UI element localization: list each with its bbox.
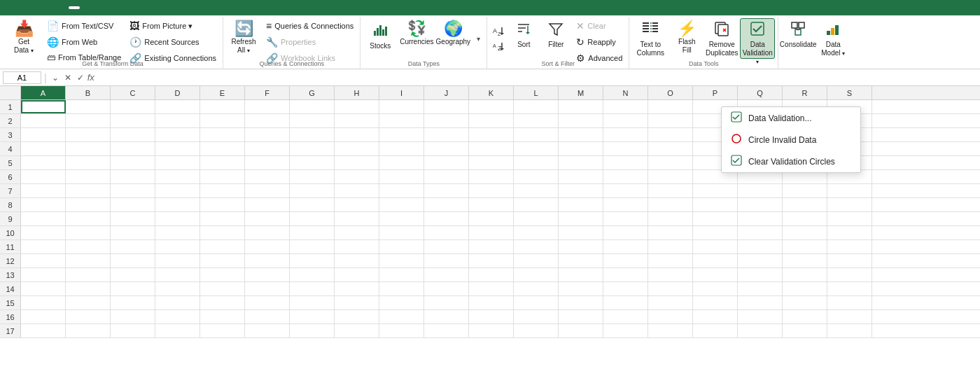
cell-K6[interactable] [469,170,514,183]
filter-button[interactable]: Filter [540,18,571,59]
cell-B7[interactable] [66,184,111,197]
data-types-more-button[interactable]: ▾ [472,18,484,59]
cell-C7[interactable] [111,184,155,197]
cell-N10[interactable] [603,226,648,239]
name-box[interactable] [3,71,41,84]
cell-O9[interactable] [648,212,693,225]
row-header-8[interactable]: 8 [0,198,21,211]
cell-N3[interactable] [603,128,648,141]
col-header-G[interactable]: G [290,86,335,99]
cell-E4[interactable] [200,142,245,155]
dropdown-clear-circles[interactable]: Clear Validation Circles [722,151,860,172]
cell-M6[interactable] [559,170,603,183]
cell-O6[interactable] [648,170,693,183]
cell-B9[interactable] [66,212,111,225]
cell-K1[interactable] [469,100,514,113]
cancel-icon[interactable]: ✕ [62,72,74,83]
cell-N17[interactable] [603,324,648,337]
cell-I14[interactable] [379,282,424,295]
cell-A4[interactable] [21,142,66,155]
data-model-button[interactable]: DataModel ▾ [816,18,850,59]
cell-L15[interactable] [514,296,559,309]
cell-B10[interactable] [66,226,111,239]
cell-A1[interactable] [21,100,66,113]
cell-N9[interactable] [603,212,648,225]
cell-B6[interactable] [66,170,111,183]
reapply-button[interactable]: ↻ Reapply [573,34,626,50]
cell-E7[interactable] [200,184,245,197]
cell-C11[interactable] [111,240,155,253]
cell-O7[interactable] [648,184,693,197]
cell-B5[interactable] [66,156,111,169]
cell-D12[interactable] [155,254,200,267]
cell-E15[interactable] [200,296,245,309]
cell-G8[interactable] [290,198,335,211]
cell-F6[interactable] [245,170,290,183]
cell-A6[interactable] [21,170,66,183]
cell-P8[interactable] [693,198,738,211]
cell-H11[interactable] [335,240,379,253]
from-picture-button[interactable]: 🖼 From Picture ▾ [126,18,220,34]
cell-J2[interactable] [424,114,469,127]
cell-L3[interactable] [514,128,559,141]
cell-M13[interactable] [559,268,603,281]
cell-R10[interactable] [783,226,827,239]
cell-C6[interactable] [111,170,155,183]
cell-H13[interactable] [335,268,379,281]
cell-F14[interactable] [245,282,290,295]
cell-M14[interactable] [559,282,603,295]
cell-G2[interactable] [290,114,335,127]
cell-L11[interactable] [514,240,559,253]
cell-Q13[interactable] [738,268,783,281]
cell-I6[interactable] [379,170,424,183]
cell-I9[interactable] [379,212,424,225]
cell-O1[interactable] [648,100,693,113]
cell-Q7[interactable] [738,184,783,197]
cell-E5[interactable] [200,156,245,169]
consolidate-button[interactable]: Consolidate [781,18,815,59]
col-header-B[interactable]: B [66,86,111,99]
cell-I16[interactable] [379,310,424,323]
cell-L16[interactable] [514,310,559,323]
cell-G5[interactable] [290,156,335,169]
cell-M5[interactable] [559,156,603,169]
cell-D14[interactable] [155,282,200,295]
cell-G13[interactable] [290,268,335,281]
cell-S7[interactable] [827,184,872,197]
row-header-1[interactable]: 1 [0,100,21,113]
cell-N2[interactable] [603,114,648,127]
cell-H4[interactable] [335,142,379,155]
data-validation-button[interactable]: DataValidation ▾ [740,18,775,59]
cell-E10[interactable] [200,226,245,239]
cell-C2[interactable] [111,114,155,127]
cell-G14[interactable] [290,282,335,295]
expand-icon[interactable]: ⌄ [50,72,61,83]
refresh-all-button[interactable]: 🔄 RefreshAll ▾ [226,18,261,59]
cell-G7[interactable] [290,184,335,197]
cell-G17[interactable] [290,324,335,337]
cell-G12[interactable] [290,254,335,267]
cell-D11[interactable] [155,240,200,253]
col-header-O[interactable]: O [648,86,693,99]
cell-J14[interactable] [424,282,469,295]
cell-F9[interactable] [245,212,290,225]
cell-C14[interactable] [111,282,155,295]
cell-E11[interactable] [200,240,245,253]
cell-C3[interactable] [111,128,155,141]
cell-H17[interactable] [335,324,379,337]
cell-D7[interactable] [155,184,200,197]
cell-E1[interactable] [200,100,245,113]
cell-R16[interactable] [783,310,827,323]
cell-L5[interactable] [514,156,559,169]
cell-D5[interactable] [155,156,200,169]
cell-B3[interactable] [66,128,111,141]
cell-F3[interactable] [245,128,290,141]
cell-M8[interactable] [559,198,603,211]
cell-K10[interactable] [469,226,514,239]
cell-R7[interactable] [783,184,827,197]
col-header-A[interactable]: A [21,86,66,99]
cell-J11[interactable] [424,240,469,253]
cell-L14[interactable] [514,282,559,295]
cell-K12[interactable] [469,254,514,267]
cell-O15[interactable] [648,296,693,309]
